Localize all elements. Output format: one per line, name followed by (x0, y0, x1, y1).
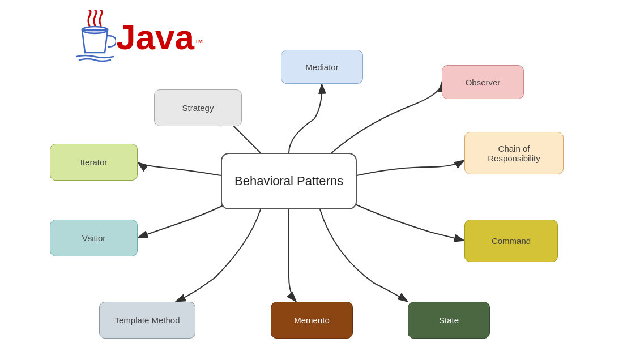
svg-point-1 (85, 29, 105, 34)
node-memento-label: Memento (294, 315, 330, 325)
node-memento: Memento (271, 302, 353, 339)
diagram-container: Java™ Behavioral Patterns (0, 0, 627, 364)
node-template-label: Template Method (114, 315, 180, 325)
node-center-label: Behavioral Patterns (234, 174, 343, 189)
node-chain: Chain ofResponsibility (464, 132, 564, 174)
java-cup-icon (74, 10, 116, 64)
node-visitor: Vsitior (50, 220, 138, 256)
node-command-label: Command (492, 236, 531, 246)
node-template: Template Method (99, 302, 195, 339)
node-mediator: Mediator (281, 50, 363, 84)
node-strategy: Strategy (154, 89, 242, 126)
java-logo: Java™ (74, 10, 203, 64)
node-center: Behavioral Patterns (221, 153, 357, 209)
node-command: Command (464, 220, 558, 262)
node-observer-label: Observer (466, 78, 501, 87)
node-iterator: Iterator (50, 144, 138, 181)
node-state: State (408, 302, 490, 339)
node-visitor-label: Vsitior (82, 233, 106, 243)
java-logo-text: Java™ (116, 17, 203, 57)
node-iterator-label: Iterator (80, 157, 108, 167)
node-observer: Observer (442, 65, 524, 99)
node-strategy-label: Strategy (182, 103, 214, 113)
node-state-label: State (439, 315, 459, 325)
node-chain-label: Chain ofResponsibility (488, 144, 540, 163)
node-mediator-label: Mediator (305, 62, 338, 72)
